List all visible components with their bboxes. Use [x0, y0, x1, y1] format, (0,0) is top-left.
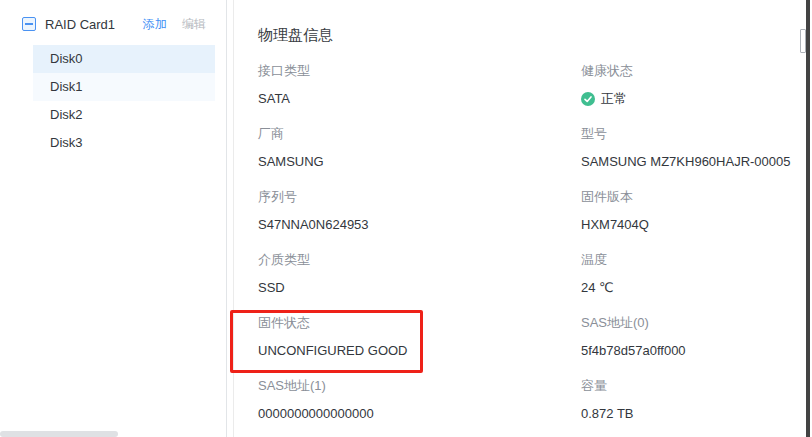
field-sas-address-0: SAS地址(0) 5f4b78d57a0ff000	[581, 314, 794, 360]
field-sas-address-1: SAS地址(1) 0000000000000000	[258, 377, 581, 423]
field-label: 厂商	[258, 125, 581, 143]
field-label: 固件版本	[581, 188, 794, 206]
field-capacity: 容量 0.872 TB	[581, 377, 794, 423]
field-value: 24 ℃	[581, 279, 794, 297]
field-model: 型号 SAMSUNG MZ7KH960HAJR-00005	[581, 125, 794, 171]
sidebar-item-disk3[interactable]: Disk3	[33, 129, 215, 157]
field-temperature: 温度 24 ℃	[581, 251, 794, 297]
field-serial-number: 序列号 S47NNA0N624953	[258, 188, 581, 234]
field-value: HXM7404Q	[581, 216, 794, 234]
field-value: 5f4b78d57a0ff000	[581, 342, 794, 360]
field-media-type: 介质类型 SSD	[258, 251, 581, 297]
field-firmware-state: 固件状态 UNCONFIGURED GOOD	[258, 314, 581, 360]
field-firmware-version: 固件版本 HXM7404Q	[581, 188, 794, 234]
page-title: 物理盘信息	[258, 27, 794, 43]
field-value: SAMSUNG	[258, 153, 581, 171]
field-label: 健康状态	[581, 62, 794, 80]
field-label: 序列号	[258, 188, 581, 206]
sidebar-item-disk0[interactable]: Disk0	[33, 45, 215, 73]
add-link[interactable]: 添加	[143, 17, 167, 31]
field-label: SAS地址(0)	[581, 314, 794, 332]
window-edge	[806, 0, 810, 437]
field-value: SAMSUNG MZ7KH960HAJR-00005	[581, 153, 794, 171]
tree-node-raid-card1[interactable]: RAID Card1 添加 编辑	[0, 12, 226, 36]
horizontal-scrollbar-thumb[interactable]	[0, 431, 118, 437]
field-label: 固件状态	[258, 314, 581, 332]
field-value: 0.872 TB	[581, 405, 794, 423]
field-label: SAS地址(1)	[258, 377, 581, 395]
field-value: SATA	[258, 90, 581, 108]
field-value: UNCONFIGURED GOOD	[258, 342, 581, 360]
field-label: 容量	[581, 377, 794, 395]
field-interface-type: 接口类型 SATA	[258, 62, 581, 108]
field-value: S47NNA0N624953	[258, 216, 581, 234]
field-label: 型号	[581, 125, 794, 143]
field-label: 温度	[581, 251, 794, 269]
field-value: 0000000000000000	[258, 405, 581, 423]
disk-list: Disk0 Disk1 Disk2 Disk3	[0, 45, 226, 157]
field-label: 介质类型	[258, 251, 581, 269]
field-grid: 接口类型 SATA 健康状态 正常 厂商 SAMSUNG	[258, 62, 794, 437]
field-value: 正常	[581, 90, 794, 108]
raid-tree-sidebar: RAID Card1 添加 编辑 Disk0 Disk1 Disk2 Disk3	[0, 0, 227, 437]
health-check-circle-icon	[581, 92, 595, 106]
sidebar-item-disk1[interactable]: Disk1	[33, 73, 215, 101]
tree-node-label: RAID Card1	[45, 17, 115, 32]
health-status-text: 正常	[601, 90, 627, 108]
physical-disk-info-panel: 物理盘信息 接口类型 SATA 健康状态 正常	[234, 0, 794, 437]
field-vendor: 厂商 SAMSUNG	[258, 125, 581, 171]
field-value: SSD	[258, 279, 581, 297]
sidebar-item-disk2[interactable]: Disk2	[33, 101, 215, 129]
field-health-status: 健康状态 正常	[581, 62, 794, 108]
tree-actions: 添加 编辑	[143, 16, 226, 33]
field-label: 接口类型	[258, 62, 581, 80]
edit-link[interactable]: 编辑	[182, 17, 206, 31]
collapse-minus-icon[interactable]	[22, 17, 36, 31]
